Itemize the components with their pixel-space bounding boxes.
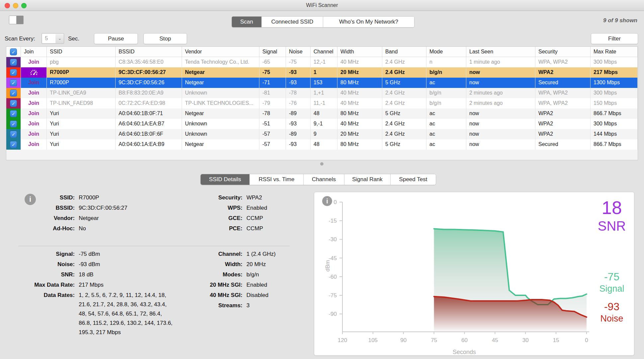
splitter-handle[interactable] [320, 162, 323, 166]
detail-label: Data Rates: [7, 291, 75, 300]
cell-band: 2.4 GHz [382, 129, 426, 139]
detail-tab-ssid-details[interactable]: SSID Details [201, 174, 250, 185]
join-link[interactable]: Join [28, 110, 39, 116]
row-checkbox[interactable]: ✓ [10, 59, 17, 66]
pause-button[interactable]: Pause [94, 33, 138, 44]
cell-mode: b/g/n [426, 67, 466, 78]
toggle-left-half [9, 16, 17, 24]
column-header-join[interactable]: Join [21, 47, 47, 57]
toggle-right-half [17, 16, 24, 24]
column-header-max-rate[interactable]: Max Rate [591, 47, 638, 57]
column-header-ssid[interactable]: SSID [47, 47, 116, 57]
cell-signal: -75 [259, 67, 286, 78]
row-checkbox[interactable]: ✓ [10, 120, 17, 127]
detail-tab-speed-test[interactable]: Speed Test [391, 174, 436, 185]
column-header-vendor[interactable]: Vendor [182, 47, 259, 57]
detail-value: Netgear [79, 214, 99, 223]
row-checkbox[interactable]: ✓ [10, 110, 17, 117]
cell-band: 2.4 GHz [382, 98, 426, 108]
join-link[interactable]: Join [28, 59, 39, 65]
speedtest-in-progress-cell[interactable] [21, 67, 47, 78]
column-header-signal[interactable]: Signal [259, 47, 286, 57]
detail-label: Width: [174, 260, 242, 269]
stop-button[interactable]: Stop [143, 33, 187, 44]
network-row-tp-link-0ea9[interactable]: ✓JoinTP-LINK_0EA9B8:F8:83:20:0E:A9Unknow… [6, 88, 638, 98]
network-row-r7000p[interactable]: ✓JoinR7000P9C:3D:CF:00:56:26Netgear-71-9… [6, 78, 638, 88]
row-checkbox[interactable]: ✓ [10, 90, 17, 97]
cell-signal: -57 [259, 129, 286, 139]
column-header-mode[interactable]: Mode [426, 47, 466, 57]
cell-security: WPA, WPA2 [535, 57, 591, 67]
cell-band: 5 GHz [382, 139, 426, 150]
tab-scan[interactable]: Scan [232, 17, 262, 27]
cell-bssid: 0C:72:2C:FA:ED:98 [116, 98, 182, 108]
cell-max-rate: 300 Mbps [591, 119, 638, 129]
tab-who-s-on-my-network[interactable]: Who's On My Network? [323, 17, 414, 27]
cell-security: WPA, WPA2 [535, 88, 591, 98]
detail-label: Vendor: [7, 214, 75, 223]
cell-width: 80 MHz [337, 139, 382, 150]
network-row-yuri[interactable]: ✓JoinYuriA6:04:60:1B:0F:6FUnknown-57-899… [6, 129, 638, 139]
stat-signal: -75Signal [592, 271, 632, 293]
filter-button[interactable]: Filter [591, 33, 638, 44]
tab-connected-ssid[interactable]: Connected SSID [262, 17, 323, 27]
column-header-channel[interactable]: Channel [311, 47, 337, 57]
detail-value: R7000P [79, 193, 99, 202]
cell-width: 80 MHz [337, 108, 382, 119]
minimize-window-button[interactable] [13, 3, 18, 8]
detail-label: 20 MHz SGI: [174, 280, 242, 290]
cell-security: Secured [535, 78, 591, 88]
cell-width: 20 MHz [337, 129, 382, 139]
titlebar: WiFi Scanner [0, 0, 644, 11]
cell-noise: -89 [286, 129, 311, 139]
detail-value: 3 [246, 301, 249, 310]
cell-last-seen: now [466, 78, 535, 88]
network-row-yuri[interactable]: ✓JoinYuriA0:04:60:1A:EA:B9Netgear-57-934… [6, 139, 638, 150]
detail-tab-rssi-vs-time[interactable]: RSSI vs. Time [250, 174, 304, 185]
close-window-button[interactable] [5, 3, 10, 8]
column-header-bssid[interactable]: BSSID [116, 47, 182, 57]
row-checkbox[interactable]: ✓ [10, 100, 17, 107]
detail-value: No [79, 224, 86, 233]
detail-tab-channels[interactable]: Channels [304, 174, 344, 185]
detail-value: 217 Mbps [79, 280, 104, 290]
row-checkbox[interactable]: ✓ [10, 141, 17, 148]
join-link[interactable]: Join [28, 80, 39, 85]
join-link[interactable]: Join [28, 100, 39, 106]
join-link[interactable]: Join [28, 141, 39, 147]
cell-ssid: Yuri [47, 108, 116, 119]
network-row-r7000p[interactable]: ✓R7000P9C:3D:CF:00:56:27Netgear-75-93120… [6, 67, 638, 78]
detail-tab-signal-rank[interactable]: Signal Rank [344, 174, 391, 185]
column-header-last-seen[interactable]: Last Seen [466, 47, 535, 57]
network-row-yuri[interactable]: ✓JoinYuriA0:04:60:1B:0F:71Netgear-78-894… [6, 108, 638, 119]
column-header-security[interactable]: Security [535, 47, 591, 57]
row-checkbox[interactable]: ✓ [10, 79, 17, 86]
cell-channel: 11,-1 [311, 98, 337, 108]
join-link[interactable]: Join [28, 121, 39, 126]
network-row-pbg[interactable]: ✓JoinpbgC8:3A:35:46:58:E0Tenda Technolog… [6, 57, 638, 67]
scan-interval-select[interactable]: 5 ⌄ [42, 33, 64, 44]
svg-text:-60: -60 [328, 274, 337, 280]
zoom-window-button[interactable] [21, 3, 27, 8]
cell-last-seen: 2 minutes ago [466, 88, 535, 98]
row-checkbox[interactable]: ✓ [10, 69, 17, 76]
network-row-tp-link-faed98[interactable]: ✓JoinTP-LINK_FAED980C:72:2C:FA:ED:98TP-L… [6, 98, 638, 108]
join-link[interactable]: Join [28, 131, 39, 137]
join-link[interactable]: Join [28, 90, 39, 96]
column-header-band[interactable]: Band [382, 47, 426, 57]
detail-label: Modes: [174, 270, 242, 279]
cell-band: 5 GHz [382, 78, 426, 88]
select-all-checkbox[interactable]: ✓ [10, 48, 17, 55]
detail-value: 1, 2, 5.5, 6, 7.2, 9, 11, 12, 14.4, 18, … [79, 291, 173, 337]
network-row-yuri[interactable]: ✓JoinYuriA6:04:60:1A:EA:B7Unknown-51-939… [6, 119, 638, 129]
column-header-select[interactable]: ✓ [6, 47, 21, 57]
row-checkbox[interactable]: ✓ [10, 131, 17, 138]
cell-signal: -78 [259, 108, 286, 119]
cell-bssid: 9C:3D:CF:00:56:26 [116, 78, 182, 88]
cell-max-rate: 866.7 Mbps [591, 139, 638, 150]
column-header-noise[interactable]: Noise [286, 47, 311, 57]
cell-mode: ac [426, 78, 466, 88]
column-header-width[interactable]: Width [337, 47, 382, 57]
sidebar-toggle[interactable] [9, 16, 24, 24]
cell-bssid: C8:3A:35:46:58:E0 [116, 57, 182, 67]
